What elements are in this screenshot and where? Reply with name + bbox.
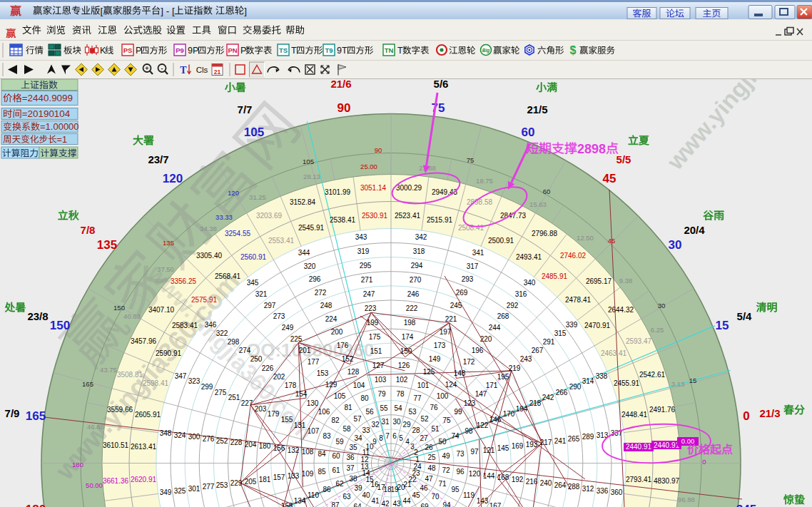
svg-text:241: 241 [554, 437, 567, 445]
svg-text:72: 72 [442, 466, 450, 474]
svg-text:+: + [145, 65, 148, 72]
svg-text:227: 227 [241, 399, 253, 407]
svg-text:$: $ [570, 44, 577, 56]
svg-text:193: 193 [526, 441, 538, 449]
svg-text:=1: =1 [57, 135, 67, 145]
svg-text:150: 150 [113, 304, 125, 312]
svg-text:153: 153 [317, 369, 329, 377]
svg-text:120: 120 [163, 172, 183, 185]
svg-text:201: 201 [299, 347, 311, 354]
svg-text:199: 199 [367, 319, 379, 327]
svg-text:43: 43 [392, 500, 401, 507]
svg-text:3407.10: 3407.10 [148, 306, 175, 314]
svg-text:] - [: ] - [ [161, 6, 175, 16]
svg-text:109: 109 [302, 470, 314, 478]
svg-text:30: 30 [392, 418, 401, 426]
svg-text:-: - [161, 65, 163, 72]
svg-text:50: 50 [438, 438, 447, 446]
svg-text:2448.41: 2448.41 [621, 411, 648, 419]
svg-text:274: 274 [239, 347, 251, 354]
svg-text:81: 81 [344, 404, 352, 411]
svg-text:23/7: 23/7 [148, 153, 168, 165]
svg-text:86: 86 [323, 486, 331, 493]
svg-text:196: 196 [472, 347, 484, 354]
svg-text:347: 347 [175, 372, 187, 380]
svg-text:3051.14: 3051.14 [360, 184, 387, 192]
svg-text:176: 176 [337, 342, 349, 349]
svg-text:52: 52 [420, 415, 429, 423]
svg-text:120: 120 [469, 470, 481, 478]
svg-text:3254.55: 3254.55 [225, 230, 251, 237]
svg-text:=1.00000: =1.00000 [40, 121, 79, 132]
svg-text:149: 149 [429, 355, 441, 363]
svg-text:346: 346 [205, 321, 217, 329]
svg-text:87: 87 [331, 501, 340, 507]
svg-text:301: 301 [188, 485, 201, 493]
svg-text:158: 158 [281, 502, 293, 507]
svg-text:5/5: 5/5 [616, 153, 631, 165]
svg-text:3.13: 3.13 [671, 380, 685, 388]
svg-text:122: 122 [477, 421, 489, 429]
svg-text:5/6: 5/6 [434, 78, 449, 90]
svg-text:26: 26 [425, 444, 433, 451]
svg-text:129: 129 [325, 381, 338, 389]
svg-text:290: 290 [569, 383, 582, 391]
svg-text:21/5: 21/5 [527, 103, 547, 116]
svg-text:123: 123 [464, 399, 476, 407]
svg-text:96: 96 [456, 468, 465, 476]
svg-text:268: 268 [497, 312, 509, 320]
svg-text:78: 78 [396, 390, 405, 398]
svg-text:3457.96: 3457.96 [131, 337, 157, 345]
svg-text:45: 45 [608, 237, 616, 245]
svg-text:2583.41: 2583.41 [172, 322, 198, 329]
svg-text:2463.41: 2463.41 [601, 349, 627, 357]
svg-text:248: 248 [320, 302, 333, 309]
svg-text:2793.41: 2793.41 [626, 476, 652, 483]
svg-text:317: 317 [467, 262, 479, 270]
svg-text:60: 60 [332, 452, 340, 460]
svg-text:156: 156 [273, 444, 285, 452]
svg-text:180: 180 [26, 503, 46, 507]
svg-text:243: 243 [520, 355, 532, 363]
svg-text:225: 225 [290, 335, 303, 343]
svg-text:2593.47: 2593.47 [626, 337, 652, 345]
svg-text:2644.32: 2644.32 [608, 306, 634, 314]
svg-text:152: 152 [342, 355, 354, 363]
svg-text:223: 223 [365, 304, 377, 312]
svg-text:64: 64 [353, 503, 362, 507]
svg-text:2491.76: 2491.76 [649, 406, 676, 414]
svg-text:146: 146 [489, 416, 502, 424]
svg-text:15: 15 [689, 377, 697, 384]
svg-text:6.25: 6.25 [651, 326, 664, 334]
svg-text:314: 314 [582, 377, 594, 385]
svg-text:48: 48 [427, 464, 436, 472]
svg-text:62: 62 [335, 480, 344, 488]
svg-text:143: 143 [477, 497, 489, 505]
svg-text:56: 56 [365, 408, 374, 416]
svg-text:9.38: 9.38 [619, 277, 633, 285]
svg-text:103: 103 [375, 376, 387, 384]
svg-text:99: 99 [454, 408, 462, 416]
svg-text:229: 229 [230, 479, 243, 487]
svg-text:202: 202 [273, 373, 285, 381]
svg-text:85: 85 [318, 468, 326, 476]
svg-text:265: 265 [568, 435, 580, 443]
svg-text:2568.41: 2568.41 [215, 272, 241, 280]
svg-text:45: 45 [603, 172, 616, 185]
svg-text:200: 200 [331, 328, 343, 336]
svg-text:61: 61 [332, 466, 340, 474]
svg-text:269: 269 [456, 289, 468, 297]
svg-text:32: 32 [371, 421, 380, 429]
svg-text:124: 124 [445, 381, 457, 389]
svg-text:272: 272 [315, 289, 327, 297]
svg-text:203: 203 [255, 405, 267, 413]
svg-text:288: 288 [568, 483, 580, 491]
svg-text:204: 204 [245, 441, 257, 449]
svg-text:33: 33 [362, 426, 370, 434]
svg-text:49: 49 [442, 452, 450, 460]
svg-text:30: 30 [658, 302, 666, 309]
svg-text:2485.91: 2485.91 [542, 272, 568, 280]
svg-text:3: 3 [410, 443, 415, 451]
svg-text:148: 148 [454, 369, 466, 377]
svg-text:147: 147 [475, 390, 487, 398]
